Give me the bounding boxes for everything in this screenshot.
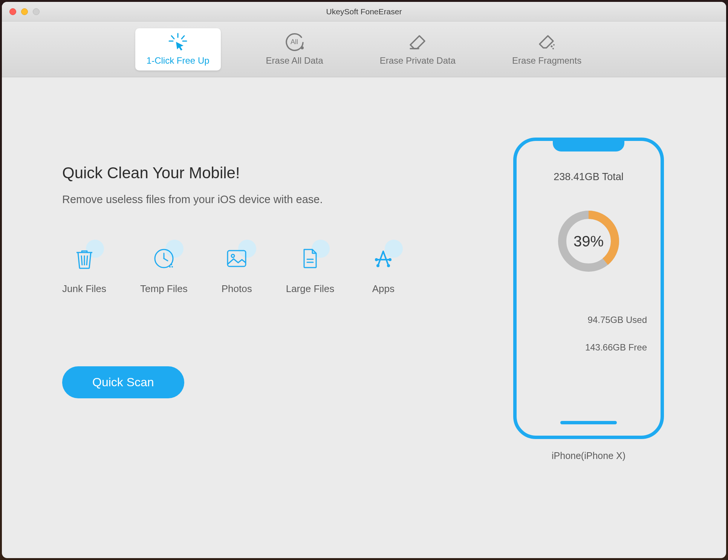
- cursor-click-icon: [167, 33, 189, 52]
- category-junk-files[interactable]: Junk Files: [62, 243, 106, 295]
- storage-percent: 39%: [574, 233, 604, 250]
- category-label: Apps: [372, 283, 395, 295]
- maximize-window-button: [33, 8, 40, 15]
- page-heading: Quick Clean Your Mobile!: [62, 164, 504, 182]
- tab-erase-all[interactable]: All Erase All Data: [255, 28, 335, 70]
- app-title: UkeySoft FoneEraser: [326, 7, 402, 16]
- category-photos[interactable]: Photos: [222, 243, 252, 295]
- left-panel: Quick Clean Your Mobile! Remove useless …: [62, 115, 504, 520]
- app-window: UkeySoft FoneEraser 1-Click Free Up: [2, 2, 726, 558]
- storage-free: 143.66GB Free: [585, 342, 647, 353]
- file-icon: [295, 243, 325, 274]
- svg-point-22: [387, 264, 390, 267]
- phone-frame: 238.41GB Total 39% 94.75GB Used 143.66GB…: [513, 138, 664, 439]
- photo-icon: [222, 243, 252, 274]
- eraser-fragments-icon: [537, 33, 557, 52]
- phone-home-indicator: [560, 421, 617, 424]
- svg-point-8: [551, 45, 553, 47]
- svg-point-6: [301, 46, 304, 49]
- svg-point-10: [552, 48, 554, 49]
- svg-rect-17: [228, 251, 246, 266]
- erase-all-icon: All: [284, 33, 305, 52]
- clock-icon: [149, 243, 179, 274]
- svg-line-1: [171, 36, 174, 39]
- titlebar: UkeySoft FoneEraser: [2, 2, 726, 21]
- svg-point-16: [169, 266, 171, 268]
- svg-point-15: [171, 266, 173, 268]
- tab-erase-fragments[interactable]: Erase Fragments: [501, 28, 593, 70]
- eraser-icon: [407, 33, 428, 52]
- tab-free-up[interactable]: 1-Click Free Up: [135, 28, 221, 70]
- device-panel: 238.41GB Total 39% 94.75GB Used 143.66GB…: [504, 115, 673, 520]
- svg-line-13: [164, 259, 168, 261]
- svg-point-18: [231, 254, 234, 257]
- category-label: Large Files: [286, 283, 335, 295]
- tab-label: 1-Click Free Up: [147, 55, 210, 66]
- phone-notch: [553, 140, 624, 151]
- category-temp-files[interactable]: Temp Files: [140, 243, 188, 295]
- window-controls: [2, 8, 40, 15]
- category-apps[interactable]: Apps: [368, 243, 398, 295]
- storage-total: 238.41GB Total: [554, 171, 624, 183]
- page-subheading: Remove useless files from your iOS devic…: [62, 193, 504, 206]
- category-label: Temp Files: [140, 283, 188, 295]
- quick-scan-button[interactable]: Quick Scan: [62, 366, 184, 398]
- category-large-files[interactable]: Large Files: [286, 243, 335, 295]
- minimize-window-button[interactable]: [21, 8, 28, 15]
- svg-point-23: [375, 258, 378, 261]
- tab-label: Erase Fragments: [512, 55, 581, 66]
- main-content: Quick Clean Your Mobile! Remove useless …: [2, 77, 726, 558]
- category-label: Junk Files: [62, 283, 106, 295]
- svg-line-2: [182, 36, 184, 39]
- category-label: Photos: [222, 283, 252, 295]
- tab-label: Erase Private Data: [380, 55, 456, 66]
- svg-text:All: All: [291, 38, 298, 46]
- main-tabs: 1-Click Free Up All Erase All Data Erase…: [2, 21, 726, 77]
- device-name: iPhone(iPhone X): [552, 450, 626, 461]
- apps-icon: [368, 243, 398, 274]
- storage-used: 94.75GB Used: [588, 315, 647, 325]
- tab-erase-private[interactable]: Erase Private Data: [369, 28, 467, 70]
- svg-point-24: [388, 258, 392, 261]
- svg-point-14: [171, 264, 172, 265]
- trash-icon: [69, 243, 99, 274]
- storage-donut-chart: 39%: [557, 209, 621, 273]
- category-list: Junk Files Temp Files: [62, 243, 504, 295]
- svg-point-21: [376, 264, 379, 267]
- tab-label: Erase All Data: [266, 55, 323, 66]
- close-window-button[interactable]: [9, 8, 16, 15]
- svg-point-9: [553, 44, 555, 46]
